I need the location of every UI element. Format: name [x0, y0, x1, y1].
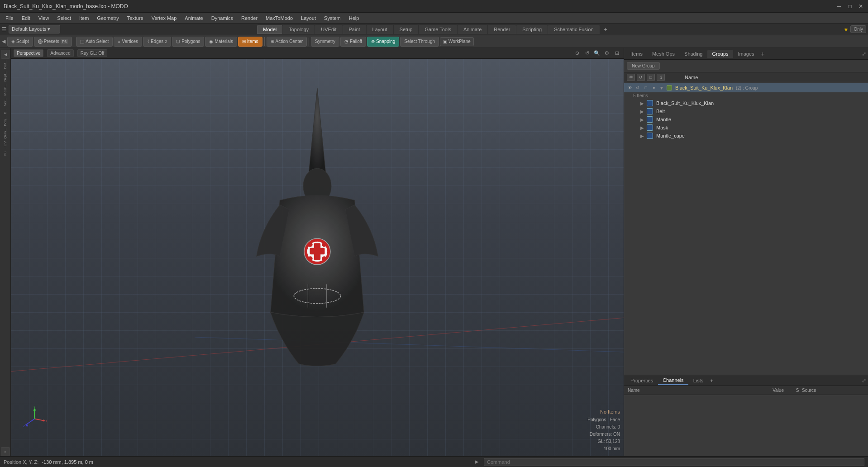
groups-column-header: 👁 ↺ □ ℹ Name	[624, 72, 868, 82]
header-info-icon[interactable]: ℹ	[657, 74, 665, 81]
svg-point-6	[322, 242, 326, 247]
panel-tab-groups[interactable]: Groups	[707, 50, 733, 58]
viewport-icon-grid[interactable]: ⊞	[613, 49, 621, 57]
panel-tab-images[interactable]: Images	[734, 50, 759, 58]
menu-edit[interactable]: Edit	[18, 14, 34, 22]
mesh-icon-4	[647, 133, 653, 139]
viewport-icon-target[interactable]: ⊙	[573, 49, 581, 57]
only-button[interactable]: Only	[850, 25, 866, 33]
menu-texture[interactable]: Texture	[124, 14, 147, 22]
workplane-button[interactable]: ▣ WorkPlane	[440, 37, 474, 46]
tab-topology[interactable]: Topology	[283, 25, 315, 34]
child-entry-1[interactable]: ▶ Belt	[624, 107, 868, 115]
menu-system[interactable]: System	[320, 14, 344, 22]
presets-button[interactable]: Presets F6	[34, 37, 72, 47]
menu-render[interactable]: Render	[238, 14, 261, 22]
left-sidebar: ◀ Def... Dupl... Mesh... Ver... E... Pol…	[0, 48, 11, 456]
child-entry-2[interactable]: ▶ Mantle	[624, 115, 868, 124]
props-expand-btn[interactable]: ⤢	[862, 377, 866, 384]
minimize-button[interactable]: ─	[835, 3, 843, 10]
maximize-button[interactable]: □	[846, 3, 854, 10]
root-group-name: Black_Suit_Ku_Klux_Klan	[675, 85, 733, 91]
menu-animate[interactable]: Animate	[181, 14, 206, 22]
properties-panel: Properties Channels Lists + ⤢ Name Value…	[624, 375, 868, 456]
menu-view[interactable]: View	[35, 14, 53, 22]
viewport-icon-search[interactable]: 🔍	[593, 49, 601, 57]
viewport-icon-settings[interactable]: ⚙	[603, 49, 611, 57]
group-root-entry[interactable]: 👁 ↺ □ ● ▼ Black_Suit_Ku_Klux_Klan (2) : …	[624, 83, 868, 92]
props-tab-lists[interactable]: Lists	[689, 377, 708, 384]
advanced-label[interactable]: Advanced	[47, 49, 73, 57]
tab-animate[interactable]: Animate	[458, 25, 487, 34]
presets-key-badge: F6	[61, 39, 68, 44]
menu-geometry[interactable]: Geometry	[93, 14, 122, 22]
menu-help[interactable]: Help	[345, 14, 363, 22]
panel-tab-items[interactable]: Items	[626, 50, 647, 58]
materials-button[interactable]: ◉ Materials	[205, 37, 237, 47]
props-tab-properties[interactable]: Properties	[626, 377, 658, 384]
tab-model[interactable]: Model	[257, 25, 282, 34]
items-button[interactable]: ⊞ Items	[238, 37, 262, 47]
raygl-label[interactable]: Ray GL: Off	[77, 49, 108, 57]
menu-dynamics[interactable]: Dynamics	[208, 14, 237, 22]
menu-vertex-map[interactable]: Vertex Map	[148, 14, 181, 22]
panel-expand-btn[interactable]: ⤢	[862, 51, 866, 57]
left-tool-top[interactable]: ◀	[1, 50, 10, 59]
menu-layout[interactable]: Layout	[297, 14, 320, 22]
panel-tab-shading[interactable]: Shading	[680, 50, 707, 58]
default-layouts-dropdown[interactable]: Default Layouts ▾	[9, 25, 60, 33]
menu-item[interactable]: Item	[76, 14, 92, 22]
props-tab-channels[interactable]: Channels	[658, 376, 688, 385]
falloff-button[interactable]: ◔ Falloff	[340, 37, 366, 47]
select-through-button[interactable]: Select Through	[400, 37, 439, 47]
panel-add-tab-btn[interactable]: +	[761, 50, 765, 57]
toolbar-divider	[309, 38, 309, 46]
vertices-button[interactable]: ⬥ Vertices	[114, 37, 142, 47]
left-tool-bottom[interactable]: ○	[1, 447, 10, 456]
root-entry-icons: 👁 ↺ □ ●	[626, 84, 658, 91]
menu-maxtomode[interactable]: MaxToModo	[262, 14, 296, 22]
sculpt-button[interactable]: ◈ Sculpt	[7, 37, 33, 47]
auto-select-button[interactable]: ⬚ Auto Select	[76, 37, 113, 47]
sidebar-label-ver: Ver...	[3, 97, 7, 107]
tab-layout[interactable]: Layout	[367, 25, 393, 34]
panel-tab-mesh-ops[interactable]: Mesh Ops	[648, 50, 679, 58]
tab-render[interactable]: Render	[488, 25, 516, 34]
tab-scripting[interactable]: Scripting	[516, 25, 548, 34]
tab-paint[interactable]: Paint	[343, 25, 366, 34]
no-items-label: No Items	[587, 408, 620, 416]
polygons-button[interactable]: ⬡ Polygons	[172, 37, 204, 47]
sub-items-label: 5 Items	[633, 93, 648, 98]
command-input[interactable]	[484, 458, 864, 466]
tab-game-tools[interactable]: Game Tools	[419, 25, 457, 34]
perspective-label[interactable]: Perspective	[14, 49, 43, 57]
scene-canvas[interactable]: X Y Z No Items Polygons : Face Channels:…	[11, 59, 624, 456]
menu-file[interactable]: File	[2, 14, 17, 22]
root-eye-icon[interactable]: 👁	[626, 84, 633, 91]
close-button[interactable]: ✕	[857, 3, 864, 10]
child-1-arrow: ▶	[640, 109, 644, 114]
add-layout-tab-btn[interactable]: +	[600, 24, 611, 34]
svg-point-5	[308, 242, 312, 247]
snapping-button[interactable]: ⊛ Snapping	[367, 37, 399, 47]
action-center-button[interactable]: ⊕ Action Center	[267, 37, 307, 47]
tab-setup[interactable]: Setup	[394, 25, 419, 34]
sidebar-label-mesh: Mesh...	[3, 83, 7, 96]
child-entry-0[interactable]: ▶ Black_Suit_Ku_Klux_Klan	[624, 99, 868, 107]
edges-button[interactable]: ⌇ Edges 2	[143, 37, 171, 47]
header-square-icon[interactable]: □	[647, 74, 655, 81]
tab-uvedit[interactable]: UVEdit	[315, 25, 342, 34]
header-reset-icon[interactable]: ↺	[637, 74, 645, 81]
menu-select[interactable]: Select	[53, 14, 75, 22]
new-group-button[interactable]: New Group	[627, 62, 660, 70]
header-eye-icon[interactable]: 👁	[627, 74, 635, 81]
root-reset-icon[interactable]: ↺	[634, 84, 641, 91]
symmetry-button[interactable]: Symmetry	[311, 37, 339, 47]
child-entry-3[interactable]: ▶ Mask	[624, 124, 868, 132]
svg-rect-4	[310, 248, 324, 254]
tab-schematic-fusion[interactable]: Schematic Fusion	[548, 25, 599, 34]
root-expand-arrow[interactable]: ▼	[659, 86, 664, 91]
viewport-icon-refresh[interactable]: ↺	[583, 49, 591, 57]
child-entry-4[interactable]: ▶ Mantle_cape	[624, 132, 868, 140]
props-add-tab-btn[interactable]: +	[710, 378, 713, 383]
